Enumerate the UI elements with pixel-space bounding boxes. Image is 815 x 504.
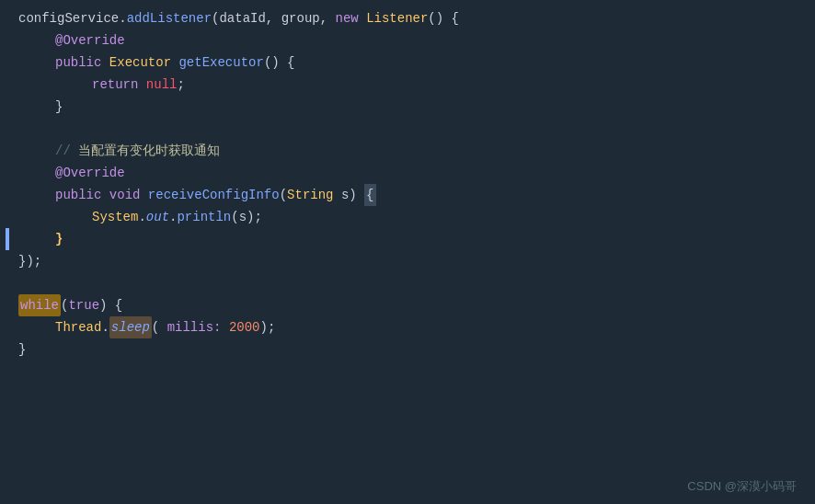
code-line-16: } <box>0 338 815 361</box>
code-text: String <box>287 184 333 206</box>
left-marker <box>6 228 9 250</box>
code-text: s) <box>334 184 365 206</box>
code-text: Listener <box>366 7 428 29</box>
code-text: configService. <box>18 7 127 29</box>
code-text: . <box>101 316 109 338</box>
code-text: { <box>364 184 375 206</box>
code-line-2: @Override <box>0 29 815 52</box>
code-text: receiveConfigInfo <box>148 184 280 206</box>
code-text: ( <box>280 184 287 206</box>
code-line-8: @Override <box>0 162 815 184</box>
code-text: @Override <box>55 29 125 52</box>
code-line-3: public Executor getExecutor() { <box>0 52 815 74</box>
code-text: . <box>138 206 145 228</box>
code-text: getExecutor <box>178 52 263 74</box>
code-text: } <box>18 338 26 361</box>
code-line-13 <box>0 272 815 294</box>
code-text: (dataId, <box>212 7 281 29</box>
code-text: } <box>55 96 63 118</box>
code-text: null <box>146 74 178 96</box>
code-text <box>140 184 147 206</box>
code-text <box>101 184 109 206</box>
code-text: return <box>92 74 138 96</box>
code-text: Executor <box>109 52 171 74</box>
code-text: (s); <box>231 206 262 228</box>
code-text <box>221 316 228 338</box>
code-text: ); <box>259 316 275 338</box>
code-text: group <box>281 7 320 29</box>
code-text <box>138 74 145 96</box>
code-block: configService.addListener(dataId, group,… <box>0 0 815 368</box>
code-text: @Override <box>55 162 125 184</box>
code-text: System <box>92 206 138 228</box>
code-text: , <box>320 7 336 29</box>
code-text: 当配置有变化时获取通知 <box>78 140 220 162</box>
code-line-11: } <box>0 228 815 250</box>
code-text: () { <box>264 52 295 74</box>
code-text <box>359 7 366 29</box>
code-line-4: return null; <box>0 74 815 96</box>
code-line-10: System.out.println(s); <box>0 206 815 228</box>
code-text: void <box>109 184 141 206</box>
code-text: . <box>169 206 177 228</box>
code-line-5: } <box>0 96 815 118</box>
code-line-7: // 当配置有变化时获取通知 <box>0 140 815 162</box>
code-text: addListener <box>127 7 212 29</box>
code-text: public <box>55 52 101 74</box>
code-text: () { <box>428 7 459 29</box>
code-text: ) { <box>99 294 122 316</box>
code-text: // <box>55 140 78 162</box>
code-container: configService.addListener(dataId, group,… <box>0 0 815 504</box>
code-line-9: public void receiveConfigInfo(String s) … <box>0 184 815 206</box>
code-text <box>101 52 109 74</box>
code-line-1: configService.addListener(dataId, group,… <box>0 7 815 29</box>
code-text: ( <box>152 316 167 338</box>
code-text: } <box>55 228 63 250</box>
code-text: new <box>336 7 359 29</box>
code-line-15: Thread.sleep( millis: 2000); <box>0 316 815 338</box>
code-text: out <box>146 206 169 228</box>
code-text: ( <box>61 294 68 316</box>
code-line-14: while(true) { <box>0 294 815 316</box>
code-line-12: }); <box>0 250 815 272</box>
code-text: println <box>177 206 231 228</box>
code-text: sleep <box>109 316 152 338</box>
code-text <box>171 52 178 74</box>
code-text: public <box>55 184 101 206</box>
code-text: ; <box>177 74 184 96</box>
code-text <box>18 272 26 294</box>
code-text: 2000 <box>229 316 260 338</box>
code-text: }); <box>18 250 41 272</box>
code-line-6 <box>0 118 815 140</box>
code-text: Thread <box>55 316 101 338</box>
watermark: CSDN @深漠小码哥 <box>687 478 797 495</box>
code-text: millis: <box>167 316 222 338</box>
code-text: while <box>18 294 61 316</box>
code-text <box>18 118 26 140</box>
code-text: true <box>68 294 99 316</box>
